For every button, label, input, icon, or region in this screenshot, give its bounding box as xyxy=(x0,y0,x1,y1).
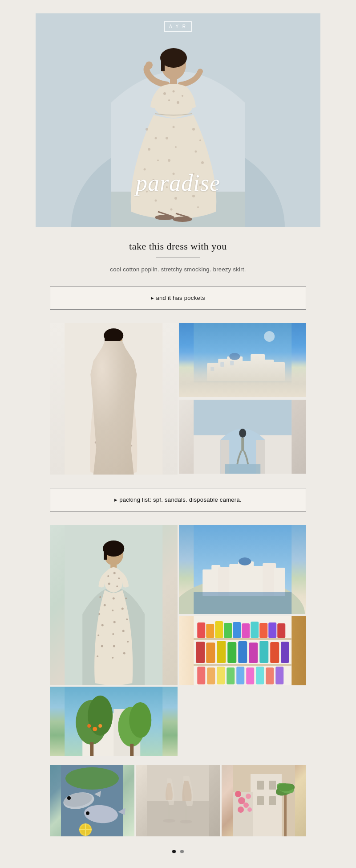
svg-rect-74 xyxy=(99,430,104,457)
svg-rect-206 xyxy=(257,796,264,805)
svg-point-131 xyxy=(113,621,116,623)
svg-point-58 xyxy=(99,454,101,455)
pagination-dot-1[interactable] xyxy=(172,850,176,853)
svg-rect-182 xyxy=(90,742,93,756)
svg-point-123 xyxy=(104,604,106,606)
svg-rect-77 xyxy=(194,323,291,397)
svg-point-28 xyxy=(170,209,173,211)
svg-rect-142 xyxy=(194,638,291,640)
svg-point-134 xyxy=(112,657,113,659)
grid1-dress-svg xyxy=(50,323,178,475)
svg-point-71 xyxy=(125,434,127,437)
svg-point-213 xyxy=(247,807,252,812)
svg-point-200 xyxy=(180,820,192,823)
svg-point-57 xyxy=(95,442,97,444)
svg-rect-205 xyxy=(269,781,276,790)
svg-point-133 xyxy=(113,645,115,647)
svg-rect-202 xyxy=(251,774,282,836)
svg-point-65 xyxy=(113,454,115,455)
svg-point-190 xyxy=(86,811,89,815)
pagination-dot-2[interactable] xyxy=(180,850,184,853)
svg-point-137 xyxy=(126,618,128,620)
svg-point-32 xyxy=(201,161,204,164)
grid3-flowers-image xyxy=(222,765,306,836)
svg-rect-98 xyxy=(241,438,244,451)
grid3-fish-svg xyxy=(50,765,134,836)
svg-point-15 xyxy=(148,148,150,151)
svg-point-30 xyxy=(199,139,201,141)
svg-point-180 xyxy=(98,724,102,728)
svg-point-117 xyxy=(107,575,109,577)
grid3-glasses-image xyxy=(136,765,220,836)
svg-point-120 xyxy=(108,583,110,585)
svg-point-59 xyxy=(113,385,114,386)
grid2-model-svg xyxy=(50,525,178,685)
svg-point-97 xyxy=(239,429,246,438)
svg-point-13 xyxy=(146,128,148,131)
grid1-santorini-svg xyxy=(179,323,307,397)
svg-point-125 xyxy=(101,624,104,626)
svg-point-49 xyxy=(108,369,110,371)
svg-point-9 xyxy=(173,90,175,93)
svg-rect-214 xyxy=(284,792,287,836)
cta-packing-button[interactable]: ▸ packing list: spf. sandals. disposable… xyxy=(50,488,306,512)
svg-point-130 xyxy=(112,610,113,611)
svg-point-29 xyxy=(192,128,195,131)
svg-point-66 xyxy=(126,386,128,388)
svg-rect-44 xyxy=(105,336,107,345)
svg-rect-167 xyxy=(236,667,244,684)
svg-point-138 xyxy=(122,630,125,632)
svg-point-211 xyxy=(243,802,249,808)
svg-point-10 xyxy=(182,95,183,97)
svg-point-64 xyxy=(111,442,113,444)
svg-rect-145 xyxy=(206,624,214,638)
brand-logo-text: A Y R xyxy=(169,24,187,29)
svg-point-52 xyxy=(105,393,106,394)
svg-point-72 xyxy=(130,445,132,446)
svg-rect-169 xyxy=(256,667,264,684)
svg-point-62 xyxy=(112,418,114,420)
svg-point-132 xyxy=(112,633,114,635)
svg-point-209 xyxy=(246,794,251,799)
svg-point-23 xyxy=(175,146,177,148)
svg-point-16 xyxy=(157,160,159,161)
svg-point-212 xyxy=(238,807,244,813)
svg-rect-154 xyxy=(196,642,205,663)
grid1-santorini-image xyxy=(179,323,307,397)
svg-point-75 xyxy=(100,471,114,475)
svg-rect-157 xyxy=(227,642,236,663)
svg-point-139 xyxy=(127,641,129,643)
svg-point-68 xyxy=(128,402,130,404)
hero-image: A Y R xyxy=(36,13,320,227)
svg-point-140 xyxy=(123,652,125,655)
svg-rect-162 xyxy=(281,642,289,663)
svg-rect-165 xyxy=(217,667,225,684)
svg-point-118 xyxy=(113,572,116,574)
grid2-trees-svg xyxy=(50,687,178,756)
svg-point-121 xyxy=(116,585,118,587)
svg-rect-152 xyxy=(268,622,276,638)
svg-point-185 xyxy=(65,767,119,790)
svg-rect-99 xyxy=(225,464,260,474)
grid2-drinks-svg xyxy=(179,616,307,685)
svg-rect-150 xyxy=(251,622,259,638)
svg-rect-115 xyxy=(104,549,107,560)
svg-rect-88 xyxy=(220,362,224,367)
svg-point-135 xyxy=(125,598,127,599)
svg-rect-89 xyxy=(230,361,234,365)
svg-point-86 xyxy=(229,353,240,360)
svg-point-11 xyxy=(168,99,170,101)
svg-rect-41 xyxy=(65,323,162,475)
svg-rect-84 xyxy=(263,360,274,381)
tagline-divider xyxy=(156,258,200,258)
svg-point-56 xyxy=(100,431,102,433)
svg-point-27 xyxy=(174,197,177,200)
svg-rect-156 xyxy=(217,641,226,663)
svg-point-136 xyxy=(121,608,124,610)
image-grid-2 xyxy=(50,525,306,756)
svg-point-53 xyxy=(97,400,99,402)
tagline-title: take this dress with you xyxy=(44,241,312,252)
cta-pockets-button[interactable]: ▸ and it has pockets xyxy=(50,286,306,310)
svg-point-210 xyxy=(235,791,241,797)
svg-rect-107 xyxy=(251,566,264,596)
